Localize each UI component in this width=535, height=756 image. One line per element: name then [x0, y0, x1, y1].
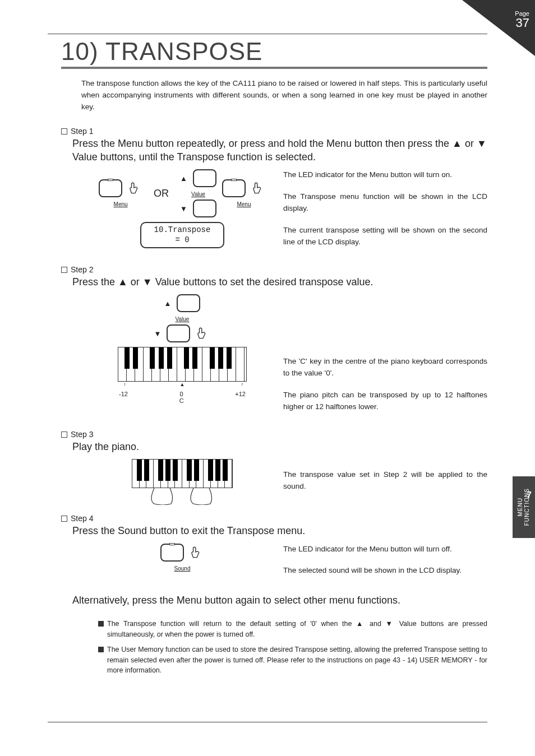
step3-instruction: Play the piano. [72, 440, 487, 453]
page-content: 10) TRANSPOSE The transpose function all… [48, 34, 487, 722]
step4-head: Step 4 [61, 514, 487, 523]
step2-description: The 'C' key in the centre of the piano k… [283, 294, 487, 423]
step1-figure: Menu OR ▲ Value ▼ Menu [81, 169, 283, 248]
finger-icon [196, 326, 210, 341]
step4-p2: The selected sound will be shown in the … [283, 565, 487, 577]
scale-mid-sub: C [179, 397, 184, 404]
step1-p3: The current transpose setting will be sh… [283, 225, 487, 248]
value-buttons-illustration-2: ▲ Value ▼ [154, 294, 211, 342]
step2-instruction: Press the ▲ or ▼ Value buttons to set th… [72, 275, 487, 289]
step1-p1: The LED indicator for the Menu button wi… [283, 169, 487, 181]
step2-p1: The 'C' key in the centre of the piano k… [283, 356, 487, 379]
step1-head: Step 1 [61, 127, 487, 136]
finger-icon [128, 181, 142, 196]
step3-figure [81, 459, 283, 507]
step3-p1: The transpose value set in Step 2 will b… [283, 469, 487, 493]
lcd-display: 10.Transpose = 0 [140, 222, 224, 248]
step1-p2: The Transpose menu function will be show… [283, 191, 487, 215]
sound-label: Sound [174, 565, 191, 572]
lcd-line1: 10.Transpose [151, 225, 213, 235]
page-title: 10) TRANSPOSE [61, 38, 487, 69]
step1-head-text: Step 1 [71, 127, 93, 136]
intro-paragraph: The transpose function allows the key of… [81, 78, 487, 113]
finger-icon [251, 181, 266, 196]
step2-head-text: Step 2 [71, 265, 93, 274]
lcd-line2: = 0 [151, 235, 213, 245]
value-label: Value [191, 191, 205, 197]
step3-head: Step 3 [61, 430, 487, 439]
note-1: The Transpose function will return to th… [107, 619, 487, 640]
up-arrow-icon: ▲ [164, 300, 172, 307]
step3-head-text: Step 3 [71, 430, 93, 439]
notes-section: The Transpose function will return to th… [98, 619, 487, 676]
step3-description: The transpose value set in Step 2 will b… [283, 459, 487, 503]
step4-instruction: Press the Sound button to exit the Trans… [72, 524, 487, 537]
scale-right: +12 [235, 391, 246, 404]
menu-button-illustration: Menu [99, 179, 142, 207]
tab-line1: MENU [517, 498, 523, 516]
keyboard-range-illustration: ↑ ▲ ↑ -12 0 C +12 [118, 347, 247, 404]
step1-description: The LED indicator for the Menu button wi… [283, 169, 487, 258]
step2-head: Step 2 [61, 265, 487, 274]
sound-button-illustration: Sound [160, 544, 204, 572]
section-tab: MENU FUNCTIONS 7 [513, 476, 535, 538]
step4-description: The LED indicator for the Menu button wi… [283, 544, 487, 587]
page-number: 37 [515, 17, 529, 29]
step2-figure: ▲ Value ▼ ↑ ▲ ↑ [81, 294, 283, 404]
menu-label: Menu [114, 201, 128, 207]
down-arrow-icon: ▼ [154, 330, 162, 337]
value-buttons-illustration: ▲ Value ▼ [180, 169, 216, 217]
value-label-2: Value [176, 316, 190, 322]
scale-left: -12 [119, 391, 128, 404]
step4-p1: The LED indicator for the Menu button wi… [283, 544, 487, 555]
step4-figure: Sound [81, 544, 283, 572]
up-arrow-icon: ▲ [180, 175, 187, 182]
scale-mid: 0 [180, 391, 183, 397]
alternative-instruction: Alternatively, press the Menu button aga… [72, 595, 487, 606]
down-arrow-icon: ▼ [180, 205, 187, 212]
menu-label-2: Menu [237, 201, 251, 207]
finger-icon [190, 545, 204, 560]
step2-p2: The piano pitch can be transposed by up … [283, 389, 487, 413]
step4-head-text: Step 4 [71, 514, 93, 523]
chapter-number: 7 [527, 490, 532, 524]
menu-button-illustration-2: Menu [222, 179, 266, 207]
step1-instruction: Press the Menu button repeatedly, or pre… [72, 137, 487, 164]
note-2: The User Memory function can be used to … [107, 644, 487, 676]
keyboard-play-illustration [132, 459, 233, 507]
or-label: OR [154, 188, 169, 200]
